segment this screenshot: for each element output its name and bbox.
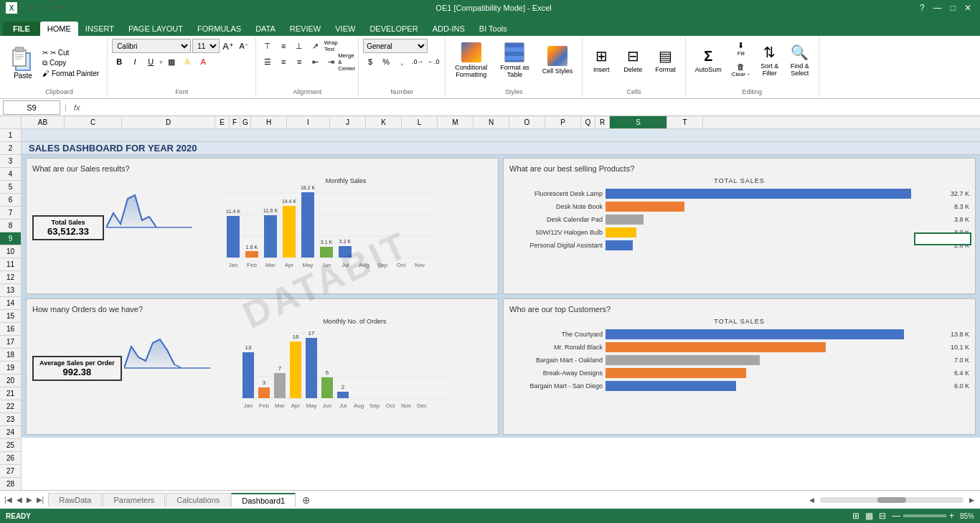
col-header-g[interactable]: G: [240, 116, 251, 128]
autosum-button[interactable]: Σ AutoSum: [690, 39, 727, 82]
col-header-e[interactable]: E: [215, 116, 230, 128]
align-bottom-button[interactable]: ⊥: [292, 39, 306, 53]
row-header-25[interactable]: 25: [0, 439, 21, 452]
row-header-18[interactable]: 18: [0, 349, 21, 362]
row-header-5[interactable]: 5: [0, 181, 21, 194]
currency-button[interactable]: $: [363, 55, 377, 69]
zoom-level[interactable]: 85%: [960, 512, 974, 520]
cell-styles-button[interactable]: Cell Styles: [537, 39, 578, 82]
tab-add-ins[interactable]: ADD-INS: [425, 22, 472, 36]
sort-filter-button[interactable]: ⇅ Sort &Filter: [755, 39, 784, 82]
col-header-j[interactable]: J: [330, 116, 366, 128]
customize-qat-button[interactable]: ▾: [55, 1, 67, 14]
sheet-tab-rawdata[interactable]: RawData: [48, 493, 102, 506]
cells-area[interactable]: SALES DASHBOARD FOR YEAR 2020 What are o…: [22, 129, 980, 490]
align-middle-button[interactable]: ≡: [276, 39, 291, 53]
col-header-n[interactable]: N: [473, 116, 509, 128]
decrease-font-button[interactable]: A⁻: [237, 39, 251, 53]
row-header-14[interactable]: 14: [0, 297, 21, 310]
minimize-button[interactable]: —: [930, 3, 945, 13]
row-header-21[interactable]: 21: [0, 387, 21, 400]
prev-sheet-button[interactable]: ◀: [15, 496, 24, 504]
row-header-4[interactable]: 4: [0, 168, 21, 181]
row-header-7[interactable]: 7: [0, 207, 21, 220]
row-header-24[interactable]: 24: [0, 426, 21, 439]
row-header-26[interactable]: 26: [0, 452, 21, 465]
increase-indent-button[interactable]: ⇥: [324, 55, 338, 69]
align-left-button[interactable]: ☰: [260, 55, 275, 69]
row-header-8[interactable]: 8: [0, 220, 21, 232]
sheet-tab-dashboard1[interactable]: Dashboard1: [231, 493, 296, 507]
row-header-2[interactable]: 2: [0, 142, 21, 155]
col-header-k[interactable]: K: [366, 116, 402, 128]
decrease-indent-button[interactable]: ⇤: [308, 55, 322, 69]
align-top-button[interactable]: ⊤: [260, 39, 275, 53]
tab-page-layout[interactable]: PAGE LAYOUT: [121, 22, 190, 36]
clear-button[interactable]: 🗑 Clear ~: [728, 60, 754, 80]
border-button[interactable]: ▦: [164, 55, 179, 69]
insert-button[interactable]: ⊞ Insert: [587, 39, 616, 82]
row-header-12[interactable]: 12: [0, 271, 21, 284]
col-header-ab[interactable]: AB: [22, 116, 65, 128]
tab-file[interactable]: FILE: [3, 22, 40, 36]
format-painter-button[interactable]: 🖌 Format Painter: [40, 69, 101, 78]
increase-font-button[interactable]: A⁺: [221, 39, 235, 53]
comma-button[interactable]: ,: [395, 55, 409, 69]
wrap-text-button[interactable]: Wrap Text: [324, 39, 338, 53]
font-size-select[interactable]: 11: [192, 39, 220, 53]
orientation-button[interactable]: ↗: [308, 39, 322, 53]
format-button[interactable]: ▤ Format: [650, 39, 681, 82]
horizontal-scrollbar[interactable]: [820, 497, 963, 503]
tab-data[interactable]: DATA: [248, 22, 283, 36]
col-header-l[interactable]: L: [402, 116, 438, 128]
row-header-1[interactable]: 1: [0, 129, 21, 142]
close-button[interactable]: ✕: [961, 3, 974, 13]
next-sheet-button[interactable]: ▶: [25, 496, 34, 504]
normal-view-icon[interactable]: ▦: [865, 511, 873, 521]
align-right-button[interactable]: ≡: [292, 55, 306, 69]
page-break-icon[interactable]: ⊟: [879, 511, 886, 521]
fill-color-button[interactable]: A: [180, 55, 194, 69]
last-sheet-button[interactable]: ▶|: [35, 496, 46, 504]
row-header-10[interactable]: 10: [0, 245, 21, 258]
paste-button[interactable]: Paste: [7, 43, 39, 83]
zoom-out-button[interactable]: —: [892, 511, 900, 521]
delete-button[interactable]: ⊟ Delete: [618, 39, 647, 82]
fill-button[interactable]: ⬇ Fill: [728, 39, 754, 59]
col-header-i[interactable]: I: [287, 116, 330, 128]
scroll-right-button[interactable]: ▶: [969, 496, 974, 504]
row-header-22[interactable]: 22: [0, 400, 21, 413]
formula-input[interactable]: [85, 100, 977, 115]
font-color-button[interactable]: A: [196, 55, 210, 69]
col-header-c[interactable]: C: [65, 116, 122, 128]
sheet-tab-parameters[interactable]: Parameters: [103, 493, 165, 506]
row-header-28[interactable]: 28: [0, 478, 21, 490]
scroll-left-button[interactable]: ◀: [809, 496, 814, 504]
row-header-6[interactable]: 6: [0, 194, 21, 207]
col-header-s[interactable]: S: [610, 116, 667, 128]
tab-home[interactable]: HOME: [40, 22, 78, 36]
corner-cell[interactable]: [0, 116, 22, 128]
sheet-tab-calculations[interactable]: Calculations: [166, 493, 230, 506]
name-box[interactable]: [3, 100, 60, 115]
italic-button[interactable]: I: [128, 55, 142, 69]
col-header-o[interactable]: O: [509, 116, 545, 128]
font-name-select[interactable]: Calibri: [112, 39, 191, 53]
find-select-button[interactable]: 🔍 Find &Select: [786, 39, 814, 82]
tab-formulas[interactable]: FORMULAS: [190, 22, 248, 36]
format-as-table-button[interactable]: Format asTable: [495, 39, 534, 82]
bold-button[interactable]: B: [112, 55, 126, 69]
align-center-button[interactable]: ≡: [276, 55, 291, 69]
undo-button[interactable]: ↩: [26, 1, 39, 14]
underline-button[interactable]: U: [143, 55, 158, 69]
col-header-q[interactable]: Q: [581, 116, 595, 128]
zoom-slider[interactable]: [903, 514, 946, 517]
function-wizard-button[interactable]: fx: [71, 103, 83, 112]
col-header-t[interactable]: T: [667, 116, 703, 128]
row-header-9[interactable]: 9: [0, 232, 21, 245]
col-header-r[interactable]: R: [595, 116, 610, 128]
merge-center-button[interactable]: Merge & Center: [339, 55, 354, 69]
col-header-h[interactable]: H: [251, 116, 287, 128]
tab-review[interactable]: REVIEW: [283, 22, 328, 36]
help-button[interactable]: ?: [917, 3, 928, 13]
